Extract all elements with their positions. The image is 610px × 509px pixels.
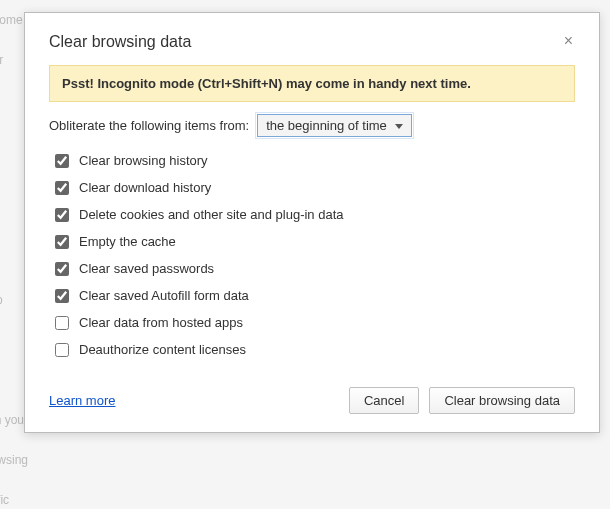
- option-download-history: Clear download history: [55, 174, 575, 201]
- time-range-row: Obliterate the following items from: the…: [49, 118, 575, 133]
- learn-more-link[interactable]: Learn more: [49, 393, 115, 408]
- option-passwords: Clear saved passwords: [55, 255, 575, 282]
- option-autofill: Clear saved Autofill form data: [55, 282, 575, 309]
- obliterate-label: Obliterate the following items from:: [49, 118, 249, 133]
- dialog-footer: Learn more Cancel Clear browsing data: [49, 387, 575, 414]
- option-cookies: Delete cookies and other site and plug-i…: [55, 201, 575, 228]
- dialog-header: Clear browsing data ×: [49, 33, 575, 51]
- checkbox-cookies[interactable]: [55, 208, 69, 222]
- cancel-button[interactable]: Cancel: [349, 387, 419, 414]
- option-label: Deauthorize content licenses: [79, 342, 246, 357]
- option-label: Clear saved passwords: [79, 261, 214, 276]
- option-label: Clear data from hosted apps: [79, 315, 243, 330]
- checkbox-passwords[interactable]: [55, 262, 69, 276]
- checkbox-hosted-apps[interactable]: [55, 316, 69, 330]
- option-content-licenses: Deauthorize content licenses: [55, 336, 575, 363]
- option-browsing-history: Clear browsing history: [55, 147, 575, 174]
- option-label: Empty the cache: [79, 234, 176, 249]
- clear-browsing-data-button[interactable]: Clear browsing data: [429, 387, 575, 414]
- incognito-hint: Psst! Incognito mode (Ctrl+Shift+N) may …: [49, 65, 575, 102]
- option-label: Clear saved Autofill form data: [79, 288, 249, 303]
- option-hosted-apps: Clear data from hosted apps: [55, 309, 575, 336]
- checkbox-cache[interactable]: [55, 235, 69, 249]
- checkbox-download-history[interactable]: [55, 181, 69, 195]
- close-icon[interactable]: ×: [562, 33, 575, 49]
- checkbox-browsing-history[interactable]: [55, 154, 69, 168]
- checkbox-autofill[interactable]: [55, 289, 69, 303]
- checkbox-content-licenses[interactable]: [55, 343, 69, 357]
- dialog-title: Clear browsing data: [49, 33, 191, 51]
- option-cache: Empty the cache: [55, 228, 575, 255]
- option-label: Delete cookies and other site and plug-i…: [79, 207, 344, 222]
- options-list: Clear browsing history Clear download hi…: [49, 147, 575, 363]
- option-label: Clear download history: [79, 180, 211, 195]
- clear-browsing-data-dialog: Clear browsing data × Psst! Incognito mo…: [24, 12, 600, 433]
- option-label: Clear browsing history: [79, 153, 208, 168]
- time-range-select[interactable]: the beginning of time: [257, 114, 412, 137]
- button-group: Cancel Clear browsing data: [349, 387, 575, 414]
